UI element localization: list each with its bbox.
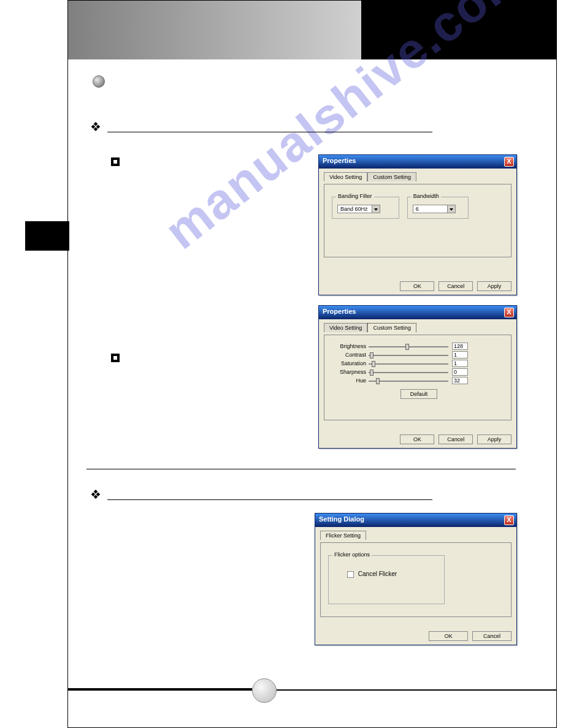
diamond-bullet-icon: [93, 491, 102, 501]
cancel-button[interactable]: Cancel: [472, 631, 511, 641]
default-button[interactable]: Default: [400, 389, 437, 399]
bandwidth-select[interactable]: 6: [413, 205, 456, 213]
ok-button[interactable]: OK: [400, 434, 434, 444]
slider-row: Sharpness0: [332, 368, 504, 376]
slider-track[interactable]: [369, 381, 448, 382]
dialog-body: Flicker Setting Flicker options Cancel F…: [315, 527, 516, 642]
tab-strip: Video SettingCustom Setting: [324, 323, 511, 332]
slider-track[interactable]: [369, 372, 448, 373]
header-band: [68, 1, 556, 59]
tab-strip: Flicker Setting: [320, 531, 511, 540]
slider-value: 1: [452, 351, 468, 358]
slider-value: 1: [452, 360, 468, 367]
slider-track[interactable]: [369, 355, 448, 356]
slider-value: 32: [452, 377, 468, 384]
tab-strip: Video SettingCustom Setting: [324, 172, 511, 181]
dialog-body: Video SettingCustom Setting Brightness12…: [319, 319, 516, 445]
slider-thumb[interactable]: [370, 370, 373, 376]
slider-label: Brightness: [332, 343, 366, 349]
slider-row: Hue32: [332, 377, 504, 384]
group-label: Banding Filter: [336, 193, 374, 199]
close-button[interactable]: X: [504, 308, 514, 317]
dialog-titlebar: Properties X: [319, 155, 516, 169]
slider-row: Contrast1: [332, 351, 504, 358]
tab-panel: Flicker options Cancel Flicker: [320, 542, 511, 617]
tab-video-setting[interactable]: Video Setting: [324, 323, 367, 332]
heading-underline: [107, 132, 432, 132]
dialog-titlebar: Setting Dialog X: [315, 514, 516, 527]
group-label: Bandwidth: [412, 193, 441, 199]
slider-row: Saturation1: [332, 360, 504, 367]
dialog-title: Properties: [323, 157, 356, 164]
slider-thumb[interactable]: [376, 378, 380, 384]
heading-underline: [107, 499, 432, 500]
divider-line: [86, 469, 516, 469]
slider-label: Sharpness: [332, 369, 366, 375]
apply-button[interactable]: Apply: [477, 434, 511, 444]
cancel-button[interactable]: Cancel: [439, 434, 473, 444]
dialog-button-row: OK Cancel Apply: [397, 281, 511, 291]
slider-label: Contrast: [332, 352, 366, 358]
section-bullet-icon: [93, 75, 105, 88]
apply-button[interactable]: Apply: [477, 281, 511, 291]
tab-custom-setting[interactable]: Custom Setting: [367, 172, 416, 181]
slider-track[interactable]: [369, 346, 448, 347]
checkbox-label: Cancel Flicker: [358, 571, 397, 577]
slider-track[interactable]: [369, 363, 448, 365]
close-button[interactable]: X: [504, 157, 514, 167]
setting-dialog-flicker: Setting Dialog X Flicker Setting Flicker…: [315, 513, 517, 645]
footer-line-left: [68, 688, 252, 691]
footer-line-right: [277, 689, 556, 691]
slider-thumb[interactable]: [405, 344, 409, 350]
ok-button[interactable]: OK: [429, 631, 468, 641]
tab-flicker-setting[interactable]: Flicker Setting: [320, 531, 366, 540]
square-bullet-icon: [111, 157, 120, 166]
tab-panel: Banding Filter Band 60Hz Bandwidth 6: [324, 184, 511, 257]
dialog-body: Video SettingCustom Setting Banding Filt…: [319, 169, 516, 282]
default-button-row: Default: [332, 389, 504, 399]
close-button[interactable]: X: [504, 515, 514, 525]
slider-row: Brightness128: [332, 343, 504, 350]
tab-custom-setting[interactable]: Custom Setting: [367, 323, 416, 332]
square-bullet-icon: [111, 354, 120, 362]
banding-filter-select[interactable]: Band 60Hz: [337, 205, 380, 213]
cancel-flicker-checkbox[interactable]: [347, 571, 354, 578]
dialog-button-row: OK Cancel: [426, 631, 511, 641]
tab-video-setting[interactable]: Video Setting: [324, 172, 367, 181]
ok-button[interactable]: OK: [400, 281, 434, 291]
properties-dialog-custom: Properties X Video SettingCustom Setting…: [318, 305, 517, 449]
slider-list: Brightness128Contrast1Saturation1Sharpne…: [332, 343, 504, 384]
flicker-options-group: Flicker options Cancel Flicker: [328, 555, 445, 604]
slider-thumb[interactable]: [370, 352, 373, 358]
slider-label: Saturation: [332, 360, 366, 366]
slider-value: 128: [452, 343, 468, 350]
dialog-title: Setting Dialog: [319, 515, 364, 523]
group-label: Flicker options: [332, 552, 372, 558]
dialog-titlebar: Properties X: [319, 306, 516, 319]
slider-thumb[interactable]: [372, 361, 375, 367]
document-page: manualshive.com Properties X Video Setti…: [67, 0, 557, 728]
dialog-title: Properties: [323, 308, 356, 315]
slider-label: Hue: [332, 377, 366, 384]
banding-filter-group: Banding Filter Band 60Hz: [332, 197, 399, 219]
diamond-bullet-icon: [93, 123, 102, 133]
side-tab: [25, 221, 69, 251]
properties-dialog-video: Properties X Video SettingCustom Setting…: [318, 154, 517, 295]
cancel-button[interactable]: Cancel: [439, 281, 473, 291]
page-number-circle: [252, 678, 277, 703]
slider-value: 0: [452, 368, 468, 376]
dialog-button-row: OK Cancel Apply: [397, 434, 511, 444]
tab-panel: Brightness128Contrast1Saturation1Sharpne…: [324, 335, 511, 420]
bandwidth-group: Bandwidth 6: [407, 197, 469, 219]
